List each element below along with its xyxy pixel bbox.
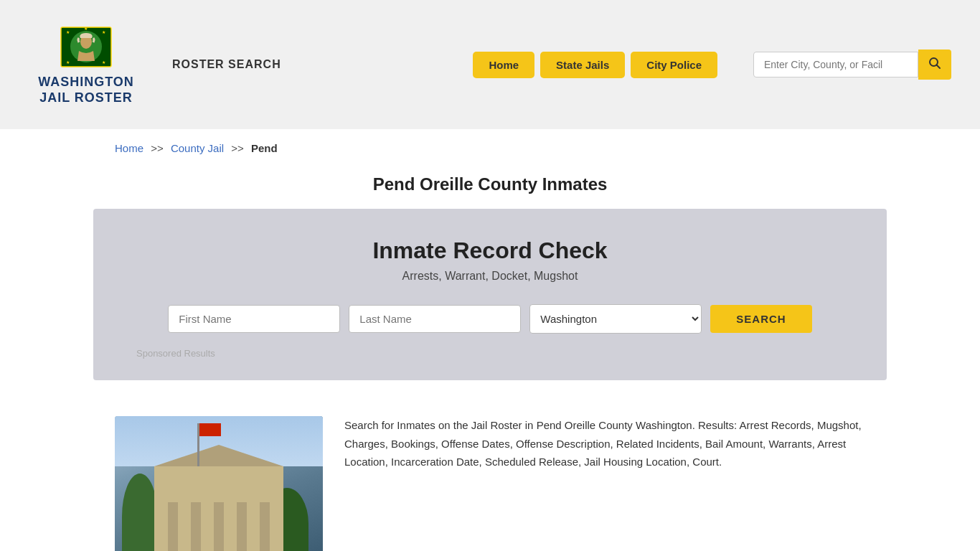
record-check-subtitle: Arrests, Warrant, Docket, Mugshot: [136, 270, 844, 283]
svg-text:★: ★: [66, 60, 70, 65]
breadcrumb-sep1: >>: [151, 142, 164, 154]
search-icon: [928, 57, 941, 70]
description-text: Search for Inmates on the Jail Roster in…: [344, 416, 865, 471]
state-select[interactable]: Washington Alabama Alaska Arizona Arkans…: [529, 304, 702, 334]
nav-state-jails-button[interactable]: State Jails: [540, 52, 625, 78]
breadcrumb-sep2: >>: [231, 142, 244, 154]
svg-text:★: ★: [102, 30, 105, 34]
sponsored-label: Sponsored Results: [136, 348, 844, 359]
svg-text:★: ★: [102, 60, 105, 65]
record-check-title: Inmate Record Check: [136, 237, 844, 264]
last-name-input[interactable]: [349, 305, 521, 333]
breadcrumb-home-link[interactable]: Home: [115, 142, 143, 154]
nav-city-police-button[interactable]: City Police: [631, 52, 717, 78]
inmate-record-check-box: Inmate Record Check Arrests, Warrant, Do…: [93, 209, 887, 380]
first-name-input[interactable]: [168, 305, 340, 333]
breadcrumb-current: Pend: [251, 142, 278, 154]
record-check-search-button[interactable]: SEARCH: [710, 305, 811, 333]
bottom-section: Search for Inmates on the Jail Roster in…: [0, 402, 980, 551]
site-title: WASHINGTON JAIL ROSTER: [38, 75, 134, 105]
breadcrumb-county-jail-link[interactable]: County Jail: [171, 142, 224, 154]
header-search-button[interactable]: [918, 50, 951, 80]
nav-home-button[interactable]: Home: [473, 52, 534, 78]
record-check-form: Washington Alabama Alaska Arizona Arkans…: [136, 304, 844, 334]
main-nav: Home State Jails City Police: [473, 52, 717, 78]
roster-search-label: ROSTER SEARCH: [172, 58, 281, 71]
svg-text:★: ★: [66, 30, 70, 34]
courthouse-image: [115, 416, 323, 551]
breadcrumb: Home >> County Jail >> Pend: [0, 129, 980, 161]
site-header: ★ ★ ★ ★ ★ WASHINGTON JAIL ROSTER ROSTER …: [0, 0, 980, 129]
page-title: Pend Oreille County Inmates: [0, 174, 980, 194]
svg-line-10: [937, 65, 941, 69]
logo-area: ★ ★ ★ ★ ★ WASHINGTON JAIL ROSTER: [29, 24, 143, 105]
header-search-input[interactable]: [753, 52, 918, 77]
header-search-area: [753, 50, 951, 80]
washington-flag-icon: ★ ★ ★ ★ ★: [57, 24, 115, 70]
